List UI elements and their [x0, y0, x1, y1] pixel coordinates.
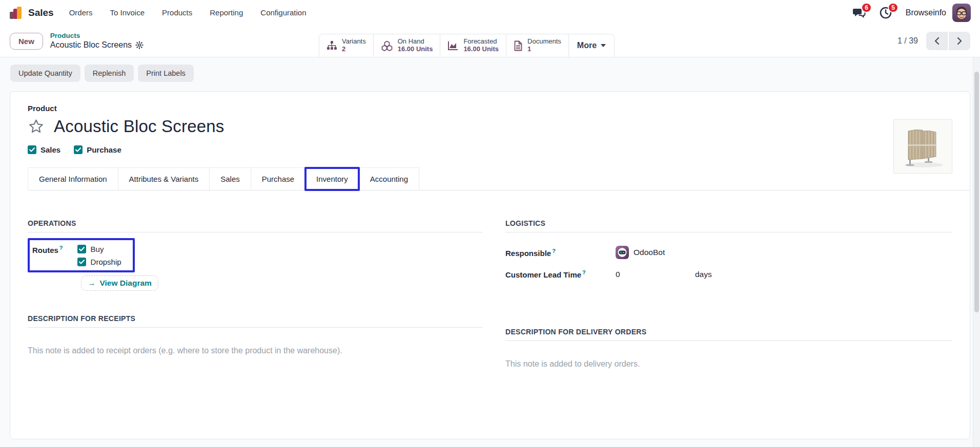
breadcrumb-current: Acoustic Bloc Screens	[50, 40, 132, 50]
purchase-checkbox[interactable]: Purchase	[74, 145, 121, 154]
logistics-heading: LOGISTICS	[505, 219, 952, 232]
route-label: Dropship	[91, 258, 121, 266]
menu-orders[interactable]: Orders	[69, 8, 93, 17]
route-buy-checkbox[interactable]: Buy	[77, 245, 121, 253]
topbar-right: 6 5 Browseinfo	[852, 4, 971, 22]
view-diagram-link[interactable]: → View Diagram	[81, 275, 158, 291]
operations-column: OPERATIONS Routes?	[28, 219, 483, 369]
stat-label: Documents	[527, 38, 561, 46]
more-dropdown-button[interactable]: More	[569, 34, 614, 57]
messages-badge: 6	[861, 3, 872, 13]
new-button[interactable]: New	[10, 33, 43, 50]
delivery-heading: DESCRIPTION FOR DELIVERY ORDERS	[505, 328, 952, 341]
odoo-product-form-screen: Sales Orders To Invoice Products Reporti…	[0, 0, 980, 447]
responsible-field-label: Responsible?	[505, 248, 616, 258]
checkbox-checked-icon	[28, 145, 36, 154]
user-name: Browseinfo	[906, 8, 946, 17]
menu-reporting[interactable]: Reporting	[210, 8, 243, 17]
sales-purchase-toggles: Sales Purchase	[28, 145, 952, 154]
tab-attributes-variants[interactable]: Attributes & Variants	[118, 167, 210, 190]
route-dropship-checkbox[interactable]: Dropship	[77, 258, 121, 266]
product-title[interactable]: Acoustic Bloc Screens	[54, 117, 224, 136]
stat-label: Variants	[342, 38, 366, 46]
pager-previous-button[interactable]	[926, 32, 948, 50]
app-switcher[interactable]: Sales	[9, 6, 54, 20]
cubes-icon	[381, 40, 393, 51]
tab-general-information[interactable]: General Information	[28, 167, 118, 190]
stat-label: Forecasted	[463, 38, 499, 46]
stat-button-variants[interactable]: Variants 2	[319, 34, 374, 57]
gear-icon[interactable]	[135, 41, 144, 49]
tab-inventory-label: Inventory	[316, 175, 348, 183]
checkbox-checked-icon	[74, 145, 83, 154]
stat-label: On Hand	[398, 38, 433, 46]
chevron-down-icon	[601, 44, 606, 47]
user-menu[interactable]: Browseinfo	[906, 4, 971, 22]
record-type-label: Product	[28, 104, 952, 113]
stat-button-documents[interactable]: Documents 1	[506, 34, 569, 57]
activities-button[interactable]: 5	[879, 6, 892, 19]
file-icon	[514, 40, 523, 51]
lead-time-unit: days	[695, 270, 712, 279]
sales-checkbox[interactable]: Sales	[28, 145, 60, 154]
logistics-column: LOGISTICS Responsible?	[505, 219, 952, 369]
responsible-value[interactable]: OdooBot	[616, 246, 665, 259]
sales-app-logo-icon	[9, 6, 23, 20]
help-tooltip-icon[interactable]: ?	[552, 248, 556, 254]
messages-button[interactable]: 6	[852, 6, 866, 19]
delivery-description-field[interactable]: This note is added to delivery orders.	[505, 359, 952, 369]
vertical-scrollbar[interactable]	[973, 57, 980, 447]
checkbox-checked-icon	[77, 245, 86, 253]
responsible-name: OdooBot	[634, 248, 665, 257]
menu-configuration[interactable]: Configuration	[260, 8, 306, 17]
help-tooltip-icon[interactable]: ?	[582, 269, 586, 275]
toggle-label: Sales	[40, 145, 60, 154]
stat-button-group: Variants 2 On Hand 16.00 Un	[319, 34, 615, 57]
operations-heading: OPERATIONS	[28, 219, 483, 232]
print-labels-button[interactable]: Print Labels	[138, 65, 194, 82]
control-panel: New Products Acoustic Bloc Screens	[0, 25, 980, 57]
activities-badge: 5	[888, 3, 899, 13]
app-name[interactable]: Sales	[28, 7, 54, 18]
stat-value: 2	[342, 46, 366, 53]
chevron-right-icon	[956, 37, 963, 45]
stat-button-forecasted[interactable]: Forecasted 16.00 Units	[440, 34, 506, 57]
chevron-left-icon	[933, 37, 941, 45]
stat-value: 1	[527, 46, 561, 53]
checkbox-checked-icon	[77, 258, 86, 266]
arrow-right-icon: →	[88, 279, 96, 288]
lead-time-input[interactable]: 0	[616, 270, 695, 279]
odoobot-avatar	[616, 246, 629, 259]
notebook-tabs: General Information Attributes & Variant…	[28, 167, 970, 190]
update-quantity-button[interactable]: Update Quantity	[10, 65, 80, 82]
menu-to-invoice[interactable]: To Invoice	[110, 8, 145, 17]
receipts-description-field[interactable]: This note is added to receipt orders (e.…	[28, 346, 483, 355]
product-form-card: Product Acoustic Bloc Screens Sales Pur	[10, 91, 970, 439]
favorite-star-icon[interactable]	[28, 118, 45, 135]
lead-time-field-label: Customer Lead Time?	[505, 269, 616, 279]
routes-field-label: Routes?	[32, 245, 63, 266]
tab-sales[interactable]: Sales	[209, 167, 251, 190]
top-navbar: Sales Orders To Invoice Products Reporti…	[0, 0, 980, 25]
scrollbar-thumb[interactable]	[974, 72, 979, 312]
stat-button-on-hand[interactable]: On Hand 16.00 Units	[374, 34, 441, 57]
pager-counter: 1 / 39	[897, 36, 918, 46]
more-label: More	[577, 41, 597, 50]
tab-inventory[interactable]: Inventory	[305, 167, 359, 190]
sitemap-icon	[326, 40, 337, 51]
breadcrumb-parent[interactable]: Products	[50, 32, 144, 40]
receipts-heading: DESCRIPTION FOR RECEIPTS	[28, 314, 483, 328]
area-chart-icon	[447, 40, 459, 51]
tab-accounting[interactable]: Accounting	[359, 167, 419, 190]
user-avatar[interactable]	[952, 4, 971, 22]
stat-value: 16.00 Units	[463, 46, 499, 53]
main-menu: Orders To Invoice Products Reporting Con…	[69, 8, 307, 17]
help-tooltip-icon[interactable]: ?	[59, 245, 63, 251]
menu-products[interactable]: Products	[162, 8, 192, 17]
pager-next-button[interactable]	[949, 32, 970, 50]
product-image[interactable]	[893, 119, 952, 174]
view-diagram-label: View Diagram	[100, 279, 152, 288]
tab-purchase[interactable]: Purchase	[251, 167, 305, 190]
route-label: Buy	[91, 245, 104, 253]
replenish-button[interactable]: Replenish	[85, 65, 134, 82]
